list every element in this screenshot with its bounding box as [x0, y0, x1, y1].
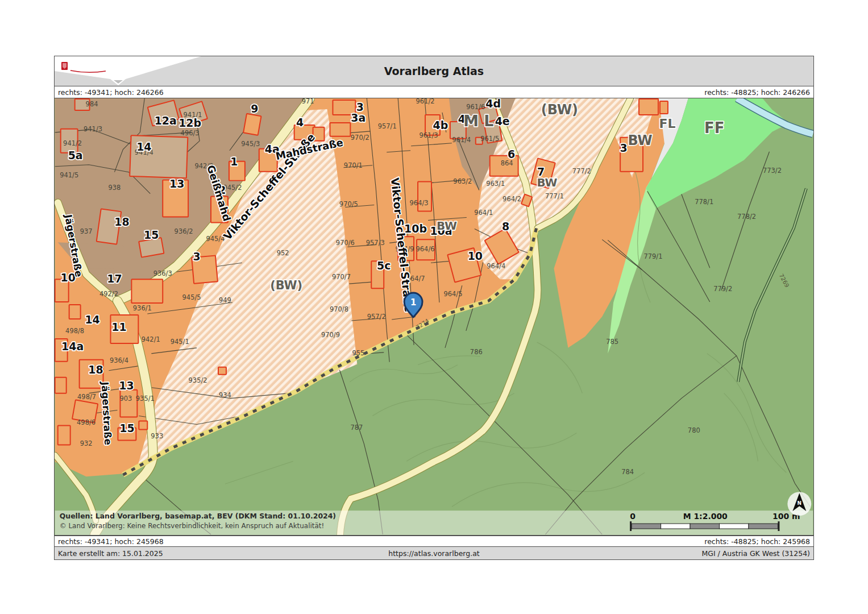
zone-label: BW — [437, 219, 457, 233]
coord-bottom-right: rechts: -48825; hoch: 245968 — [704, 537, 810, 546]
parcel-label: 961/6 — [466, 103, 485, 111]
parcel-label: 957/3 — [366, 239, 385, 247]
house-number-label: 5a — [68, 149, 83, 161]
zone-label: (BW) — [541, 102, 578, 118]
parcel-label: 963/1 — [486, 180, 505, 188]
zone-label: BW — [628, 132, 652, 148]
parcel-label: 496/3 — [181, 129, 200, 137]
building-footprint — [58, 426, 70, 445]
building-footprint — [330, 123, 350, 136]
house-number-label: 13 — [169, 177, 184, 190]
house-number-label: 9 — [251, 102, 258, 115]
parcel-label: 961/4 — [452, 136, 471, 144]
parcel-label: 970/1 — [344, 161, 363, 169]
house-number-label: 15 — [119, 422, 134, 434]
parcel-label: 941/3 — [84, 125, 102, 133]
parcel-label: 984 — [86, 100, 98, 108]
parcel-label: 903 — [119, 395, 132, 403]
parcel-label: 787 — [350, 424, 363, 432]
parcel-label: 936/3 — [153, 269, 172, 277]
parcel-label: 961/2 — [416, 98, 435, 105]
building-footprint — [69, 305, 81, 319]
parcel-label: 934 — [219, 391, 231, 399]
house-number-label: 3 — [620, 142, 628, 154]
parcel-label: 952 — [277, 249, 289, 257]
house-number-label: 12a — [155, 114, 177, 127]
parcel-label: 777/2 — [572, 167, 591, 175]
coord-top-right: rechts: -48825; hoch: 246266 — [704, 88, 810, 97]
house-number-label: 14a — [61, 340, 84, 352]
svg-text:N: N — [798, 500, 802, 506]
parcel-label: 492/2 — [99, 290, 118, 298]
house-number-label: 10 — [468, 250, 483, 262]
house-number-label: 15 — [144, 229, 159, 241]
map-canvas[interactable]: 984941/1941/3496/3941/2941/4941/5942/293… — [55, 98, 813, 535]
building-footprint — [218, 367, 226, 375]
parcel-label: 941/2 — [63, 139, 82, 147]
parcel-label: 498/6 — [77, 418, 95, 426]
map-viewport[interactable]: 984941/1941/3496/3941/2941/4941/5942/293… — [54, 98, 814, 536]
coord-top-left: rechts: -49341; hoch: 246266 — [58, 88, 164, 97]
house-number-label: 6 — [508, 148, 515, 160]
parcel-label: 970/9 — [321, 331, 340, 339]
parcel-label: 778/2 — [737, 213, 756, 221]
parcel-label: 963/2 — [453, 177, 472, 185]
building-footprint — [243, 114, 261, 135]
coordinates-top: rechts: -49341; hoch: 246266 rechts: -48… — [54, 86, 814, 98]
parcel-label: 945/3 — [241, 140, 260, 148]
house-number-label: 18 — [114, 215, 129, 228]
house-number-label: 5c — [377, 259, 391, 272]
parcel-label: 964/1 — [474, 209, 493, 217]
footer-url: https://atlas.vorarlberg.at — [54, 549, 814, 558]
page-title: Vorarlberg Atlas — [55, 65, 813, 77]
parcel-label: 498/7 — [77, 393, 96, 401]
zone-label: (BW) — [270, 279, 302, 292]
parcel-label: 964/5 — [443, 290, 462, 298]
parcel-label: 780 — [688, 426, 700, 434]
coordinates-bottom: rechts: -49341; hoch: 245968 rechts: -48… — [54, 536, 814, 547]
parcel-label: 777/1 — [545, 192, 564, 200]
house-number-label: 13 — [119, 379, 134, 392]
house-number-label: 14 — [136, 140, 151, 153]
parcel-label: 785 — [606, 338, 618, 346]
house-number-label: 17 — [107, 272, 122, 285]
parcel-label: 945/5 — [182, 293, 201, 301]
parcel-label: 970/8 — [330, 305, 348, 313]
parcel-label: 864 — [501, 159, 513, 167]
header-bar: Vorarlberg Atlas — [54, 56, 814, 86]
footer-bar: Karte erstellt am: 15.01.2025 https://at… — [54, 547, 814, 560]
building-footprint — [639, 99, 658, 115]
parcel-label: 957/2 — [367, 313, 386, 321]
parcel-label: 932 — [80, 439, 93, 447]
svg-text:0: 0 — [630, 512, 636, 521]
attribution-disclaimer: © Land Vorarlberg: Keine Rechtsverbindli… — [60, 522, 325, 530]
parcel-label: 937 — [80, 227, 93, 235]
parcel-label: 970/5 — [339, 200, 358, 208]
building-footprint — [418, 182, 431, 211]
house-number-label: 4b — [433, 119, 448, 131]
building-footprint — [55, 377, 67, 393]
house-number-label: 4 — [296, 116, 304, 128]
parcel-label: 938 — [109, 184, 121, 192]
parcel-label: 786 — [470, 348, 483, 356]
parcel-label: 498/8 — [65, 327, 84, 335]
parcel-label: 933 — [151, 432, 163, 440]
print-page: Vorarlberg Atlas rechts: -49341; hoch: 2… — [54, 56, 814, 560]
parcel-label: 778/1 — [695, 198, 713, 206]
parcel-label: 945/1 — [171, 338, 189, 346]
parcel-label: 970/7 — [332, 273, 351, 281]
parcel-label: 935/1 — [136, 395, 155, 403]
parcel-label: 936/2 — [175, 227, 193, 235]
parcel-label: 970/6 — [336, 239, 355, 247]
parcel-label: 961/5 — [480, 135, 499, 143]
parcel-label: 964/6 — [416, 245, 435, 253]
parcel-label: 964/4 — [487, 262, 505, 270]
parcel-label: 779/2 — [713, 285, 732, 293]
house-number-label: 3 — [193, 250, 200, 263]
parcel-label: 970/2 — [351, 134, 369, 142]
building-footprint — [660, 101, 668, 114]
parcel-label: 964/2 — [502, 195, 521, 203]
parcel-label: 955 — [352, 349, 364, 357]
parcel-label: 941/5 — [60, 171, 78, 179]
parcel-label: 773/2 — [763, 167, 782, 175]
